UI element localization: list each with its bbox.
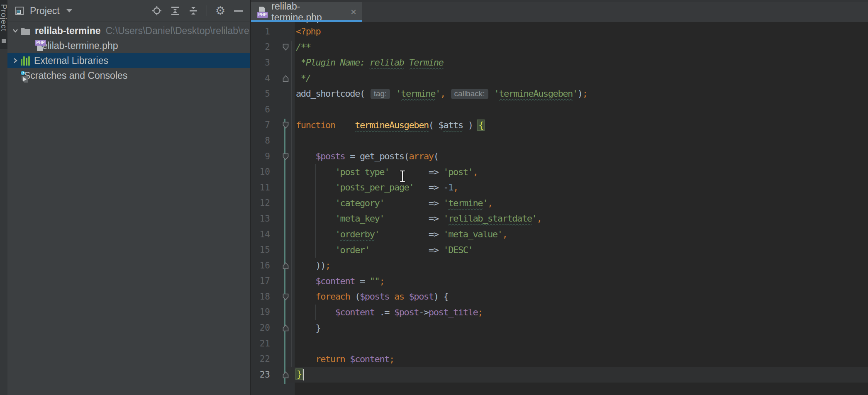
code-line-19[interactable]: 19 $content .= $post->post_title;: [251, 305, 868, 320]
stripe-icon[interactable]: [2, 39, 6, 43]
indent-guide: [315, 211, 316, 227]
line-number: 23: [251, 370, 270, 380]
fold-column: [270, 55, 295, 71]
code-text[interactable]: $posts = get_posts(array(: [295, 151, 868, 161]
code-line-13[interactable]: 13 'meta_key' => 'relilab_startdate',: [251, 211, 868, 227]
code-line-6[interactable]: 6: [251, 102, 868, 117]
select-opened-file-icon[interactable]: [152, 6, 162, 16]
code-editor[interactable]: 1<?php2/**3 *Plugin Name: relilab Termin…: [251, 22, 868, 395]
line-number: 20: [251, 323, 270, 333]
code-text[interactable]: return $content;: [295, 354, 868, 364]
code-line-21[interactable]: 21: [251, 336, 868, 351]
fold-marker-icon[interactable]: [270, 71, 295, 86]
fold-marker-icon[interactable]: [270, 149, 295, 164]
fold-marker-icon[interactable]: [270, 320, 295, 336]
external-libraries-icon: [20, 56, 30, 66]
indent-guide: [315, 305, 316, 320]
chevron-right-icon[interactable]: [11, 57, 20, 64]
code-line-18[interactable]: 18 foreach ($posts as $post) {: [251, 289, 868, 305]
code-text[interactable]: }: [295, 323, 868, 333]
line-number: 10: [251, 167, 270, 177]
tree-row-scratches-and-consoles[interactable]: Scratches and Consoles: [7, 68, 250, 83]
code-text[interactable]: */: [295, 73, 868, 83]
code-line-23[interactable]: 23}: [251, 367, 868, 383]
text-caret: [303, 369, 304, 380]
tab-bar: PHP relilab-termine.php ×: [251, 0, 868, 22]
code-line-1[interactable]: 1<?php: [251, 24, 868, 39]
line-number: 16: [251, 261, 270, 271]
line-number: 15: [251, 245, 270, 255]
code-text[interactable]: *Plugin Name: relilab Termine: [295, 57, 868, 68]
tree-item-label: External Libraries: [34, 55, 108, 66]
code-text[interactable]: foreach ($posts as $post) {: [295, 291, 868, 302]
fold-marker-icon[interactable]: [270, 367, 295, 383]
project-view-icon[interactable]: [15, 6, 24, 15]
code-line-14[interactable]: 14 'orderby' => 'meta_value',: [251, 227, 868, 242]
tree-row-relilab-termine-php[interactable]: PHPrelilab-termine.php: [7, 38, 250, 53]
code-line-17[interactable]: 17 $content = "";: [251, 273, 868, 289]
line-number: 13: [251, 214, 270, 224]
tab-relilab-termine-php[interactable]: PHP relilab-termine.php ×: [251, 2, 362, 22]
code-text[interactable]: 'orderby' => 'meta_value',: [295, 229, 868, 239]
code-line-9[interactable]: 9 $posts = get_posts(array(: [251, 149, 868, 164]
fold-column: [270, 195, 295, 211]
code-line-4[interactable]: 4 */: [251, 71, 868, 86]
code-line-16[interactable]: 16 ));: [251, 258, 868, 273]
expand-all-icon[interactable]: [170, 6, 180, 16]
fold-marker-icon[interactable]: [270, 289, 295, 305]
panel-title[interactable]: Project: [30, 5, 60, 17]
indent-guide: [315, 180, 316, 195]
gear-icon[interactable]: ⚙: [215, 6, 225, 16]
line-number: 14: [251, 229, 270, 239]
code-text[interactable]: 'meta_key' => 'relilab_startdate',: [295, 213, 868, 224]
code-text[interactable]: /**: [295, 42, 868, 52]
project-tree: relilab-termineC:\Users\Daniel\Desktop\r…: [7, 23, 250, 83]
code-line-2[interactable]: 2/**: [251, 39, 868, 55]
line-number: 9: [251, 151, 270, 161]
code-line-3[interactable]: 3 *Plugin Name: relilab Termine: [251, 55, 868, 71]
stripe-project-button[interactable]: Project: [0, 4, 8, 32]
tree-item-label: Scratches and Consoles: [24, 70, 127, 81]
tree-item-label: relilab-termine.php: [39, 40, 118, 51]
code-line-15[interactable]: 15 'order' => 'DESC': [251, 242, 868, 258]
code-text[interactable]: 'order' => 'DESC': [295, 245, 868, 255]
code-line-7[interactable]: 7function termineAusgeben( $atts ) {: [251, 117, 868, 133]
fold-column: [270, 242, 295, 258]
code-text[interactable]: function termineAusgeben( $atts ) {: [295, 120, 868, 130]
code-text[interactable]: $content .= $post->post_title;: [295, 307, 868, 317]
tree-row-relilab-termine[interactable]: relilab-termineC:\Users\Daniel\Desktop\r…: [7, 23, 250, 38]
collapse-all-icon[interactable]: [188, 6, 198, 16]
code-text[interactable]: <?php: [295, 26, 868, 37]
fold-marker-icon[interactable]: [270, 39, 295, 55]
line-number: 18: [251, 292, 270, 302]
chevron-down-icon[interactable]: [11, 27, 20, 34]
toolbar-divider: [207, 5, 207, 16]
code-line-11[interactable]: 11 'posts_per_page' => -1,: [251, 180, 868, 195]
code-line-22[interactable]: 22 return $content;: [251, 351, 868, 367]
fold-marker-icon[interactable]: [270, 258, 295, 273]
code-line-5[interactable]: 5add_shortcode( tag: 'termine', callback…: [251, 86, 868, 102]
code-text[interactable]: 'category' => 'termine',: [295, 198, 868, 208]
code-text[interactable]: }: [295, 369, 868, 380]
fold-column: [270, 211, 295, 227]
code-text[interactable]: 'post_type' => 'post',: [295, 167, 868, 177]
tab-close-icon[interactable]: ×: [351, 6, 356, 18]
chevron-down-icon[interactable]: [66, 9, 72, 12]
code-line-20[interactable]: 20 }: [251, 320, 868, 336]
code-text[interactable]: add_shortcode( tag: 'termine', callback:…: [295, 88, 868, 100]
code-line-10[interactable]: 10 'post_type' => 'post',: [251, 164, 868, 180]
project-panel-toolbar: Project: [7, 0, 250, 22]
indent-guide: [315, 227, 316, 242]
tree-item-label: relilab-termine: [35, 25, 101, 37]
hide-panel-icon[interactable]: [234, 6, 244, 16]
code-line-8[interactable]: 8: [251, 133, 868, 149]
tree-row-external-libraries[interactable]: External Libraries: [7, 53, 250, 68]
code-text[interactable]: $content = "";: [295, 276, 868, 286]
line-number: 8: [251, 136, 270, 146]
code-line-12[interactable]: 12 'category' => 'termine',: [251, 195, 868, 211]
code-text[interactable]: 'posts_per_page' => -1,: [295, 182, 868, 193]
code-text[interactable]: ));: [295, 260, 868, 271]
tab-label: relilab-termine.php: [271, 1, 346, 23]
line-number: 7: [251, 120, 270, 130]
fold-marker-icon[interactable]: [270, 117, 295, 133]
